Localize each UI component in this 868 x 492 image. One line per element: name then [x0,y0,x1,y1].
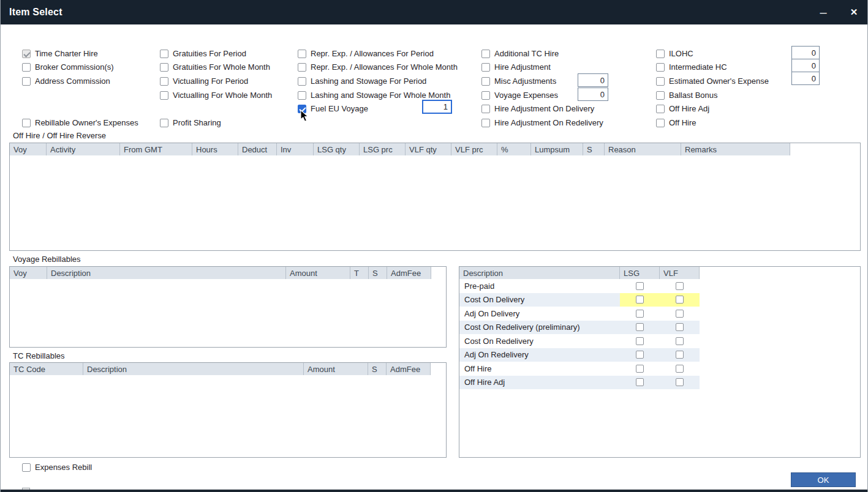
checkbox-lashing-and-stowage-for-period[interactable]: Lashing and Stowage For Period [298,76,426,86]
checkbox-label: Misc Adjustments [494,76,556,86]
checkbox-broker-commissions[interactable]: Broker Commission(s) [22,62,114,72]
off-hire-section-title: Off Hire / Off Hire Reverse [13,131,106,140]
lsg-checkbox[interactable] [636,323,644,331]
checkbox-gratuities-for-period[interactable]: Gratuities For Period [160,48,246,59]
tc-rebillables-grid-header: TC Code Description Amount S AdmFee [10,363,446,375]
checkbox-expenses-rebill[interactable]: Expenses Rebill [22,462,92,472]
close-button[interactable]: ✕ [842,0,866,24]
checkbox-address-commission[interactable]: Address Commission [22,76,110,86]
lsg-checkbox[interactable] [636,365,644,373]
lsg-checkbox[interactable] [636,337,644,345]
checkbox-hire-adjustment-on-redelivery[interactable]: Hire Adjustment On Redelivery [481,117,603,128]
lsg-checkbox[interactable] [636,296,644,304]
checkbox-label: Estimated Owner's Expense [669,76,769,86]
column-header-vlf-qty: VLF qty [406,143,451,155]
checkbox-label: Fuel EU Voyage [311,104,368,113]
voyage-expenses-input[interactable] [578,88,608,101]
checkbox-voyage-expenses[interactable]: Voyage Expenses [481,90,558,100]
checkbox-box [481,91,490,100]
checkbox-box [298,105,306,113]
checkbox-label: Additional TC Hire [494,49,559,58]
column-header-remarks: Remarks [681,143,790,155]
column-header-description: Description [47,267,286,279]
lsg-checkbox[interactable] [636,378,644,386]
checkbox-time-charter-hire[interactable]: Time Charter Hire [22,48,98,59]
row-label: Pre-paid [459,279,620,293]
lsg-cell [620,307,660,321]
column-header-admfee: AdmFee [387,363,431,375]
vlf-checkbox[interactable] [676,296,684,304]
checkbox-label: Intermediate HC [669,62,727,72]
checkbox-box [22,463,31,472]
vlf-checkbox[interactable] [676,337,684,345]
checkbox-repr-exp-allowances-for-whole-month[interactable]: Repr. Exp. / Allowances For Whole Month [298,62,458,72]
lsg-checkbox[interactable] [636,310,644,318]
column-header-deduct: Deduct [238,143,277,155]
column-header-activity: Activity [47,143,120,155]
checkbox-rebillable-owners-expenses[interactable]: Rebillable Owner's Expenses [22,117,138,128]
cost-matrix-row-cost-on-delivery: Cost On Delivery [459,293,700,307]
lsg-cell [620,362,660,376]
checkbox-box [22,63,31,72]
vlf-checkbox[interactable] [676,378,684,386]
checkbox-box [656,50,665,58]
vlf-checkbox[interactable] [676,365,684,373]
cost-matrix-body: Pre-paid Cost On Delivery Adj On Deliver… [459,279,700,389]
checkbox-profit-sharing[interactable]: Profit Sharing [160,117,221,128]
checkbox-off-hire-adj[interactable]: Off Hire Adj [656,103,709,114]
voyage-rebillables-section-title: Voyage Rebillables [13,255,81,264]
checkbox-box [656,119,665,127]
checkbox-estimated-owners-expense[interactable]: Estimated Owner's Expense [656,76,769,86]
vlf-checkbox[interactable] [676,282,684,290]
checkbox-hire-adjustment-on-delivery[interactable]: Hire Adjustment On Delivery [481,103,594,114]
row-label: Adj On Redelivery [459,348,620,362]
voyage-rebillables-grid: Voy Description Amount T S AdmFee [9,266,447,348]
vlf-checkbox[interactable] [676,323,684,331]
tc-rebillables-grid: TC Code Description Amount S AdmFee [9,362,447,458]
checkbox-additional-tc-hire[interactable]: Additional TC Hire [481,48,559,59]
intermediate-hc-amount-input[interactable] [791,59,820,72]
dialog-title: Item Select [9,7,62,18]
vlf-checkbox[interactable] [676,351,684,359]
fuel-eu-voyage-input[interactable] [422,100,452,114]
checkbox-label: Profit Sharing [173,118,221,127]
checkbox-label: Lashing and Stowage For Period [311,76,426,86]
lsg-checkbox[interactable] [636,351,644,359]
column-header-vlf-prc: VLF prc [451,143,497,155]
estimated-owners-expense-amount-input[interactable] [791,72,820,85]
vlf-checkbox[interactable] [676,310,684,318]
checkbox-box [481,119,490,127]
checkbox-repr-exp-allowances-for-period[interactable]: Repr. Exp. / Allowances For Period [298,48,434,59]
checkbox-label: Ballast Bonus [669,91,718,100]
checkbox-ballast-bonus[interactable]: Ballast Bonus [656,90,718,100]
cost-matrix-row-cost-on-redelivery: Cost On Redelivery [459,334,700,348]
checkbox-gratuities-for-whole-month[interactable]: Gratuities For Whole Month [160,62,270,72]
ok-button[interactable]: OK [791,472,856,487]
checkbox-box [481,105,490,113]
checkbox-misc-adjustments[interactable]: Misc Adjustments [481,76,556,86]
checkbox-ilohc[interactable]: ILOHC [656,48,693,59]
vlf-cell [660,362,700,376]
ilohc-amount-input[interactable] [791,46,820,59]
checkbox-fuel-eu-voyage[interactable]: Fuel EU Voyage [298,103,368,114]
checkbox-label: Off Hire Adj [669,104,709,113]
column-header-description: Description [83,363,304,375]
checkbox-lashing-and-stowage-for-whole-month[interactable]: Lashing and Stowage For Whole Month [298,90,450,100]
lsg-checkbox[interactable] [636,282,644,290]
misc-adjustments-input[interactable] [578,73,608,87]
checkbox-box [656,77,665,86]
tc-rebillables-section-title: TC Rebillables [13,351,65,360]
checkbox-intermediate-hc[interactable]: Intermediate HC [656,62,727,72]
checkbox-box [22,77,31,86]
column-header-amount: Amount [304,363,368,375]
checkbox-victualling-for-period[interactable]: Victualling For Period [160,76,248,86]
checkbox-box [160,77,168,86]
checkbox-box [481,50,490,58]
checkbox-hire-adjustment[interactable]: Hire Adjustment [481,62,551,72]
checkbox-off-hire[interactable]: Off Hire [656,117,696,128]
vlf-cell [660,307,700,321]
vlf-cell [660,279,700,293]
checkbox-victualling-for-whole-month[interactable]: Victualling For Whole Month [160,90,272,100]
row-label: Off Hire Adj [459,376,620,390]
minimize-button[interactable]: – [812,0,835,24]
